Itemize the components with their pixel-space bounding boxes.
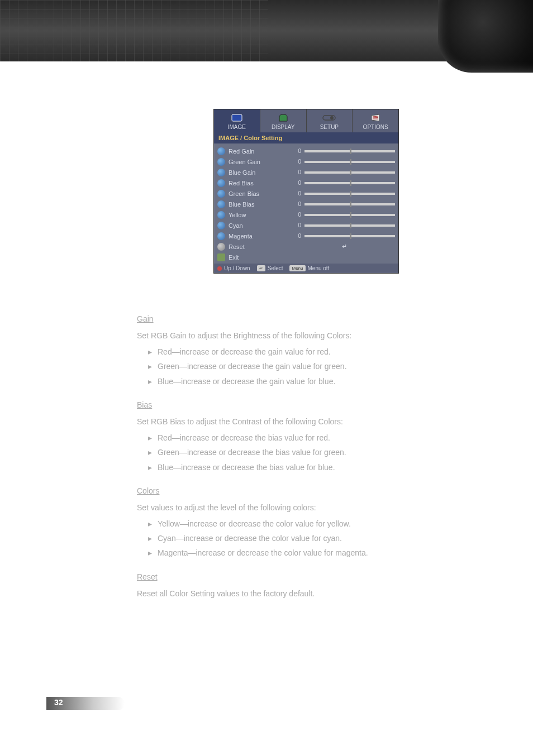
footer-label: Up / Down — [224, 265, 250, 271]
row-slider[interactable] — [304, 161, 395, 163]
row-label: Red Bias — [229, 180, 290, 186]
row-slider[interactable] — [304, 214, 395, 216]
row-exit[interactable]: Exit — [217, 252, 395, 262]
osd-body: Red Gain 0 Green Gain 0 Blue Gain 0 Red … — [214, 143, 398, 264]
row-slider[interactable] — [304, 203, 395, 205]
row-label: Reset — [229, 243, 290, 250]
tab-image[interactable]: IMAGE — [214, 109, 260, 132]
row-label: Yellow — [229, 212, 290, 218]
page-number-badge: 32 — [46, 697, 125, 710]
row-value: 0 — [293, 190, 301, 197]
tab-setup[interactable]: SETUP — [307, 109, 353, 132]
image-icon — [230, 113, 244, 123]
color-dot-icon — [217, 232, 225, 240]
row-label: Exit — [229, 254, 290, 261]
row-red-gain[interactable]: Red Gain 0 — [217, 146, 395, 156]
row-label: Green Bias — [229, 190, 290, 197]
row-yellow[interactable]: Yellow 0 — [217, 209, 395, 220]
row-value: 0 — [293, 180, 301, 186]
row-slider[interactable] — [304, 193, 395, 195]
list-item: Green—increase or decrease the gain valu… — [148, 360, 416, 372]
row-cyan[interactable]: Cyan 0 — [217, 220, 395, 231]
reset-icon — [217, 243, 225, 251]
options-icon — [368, 113, 383, 123]
row-magenta[interactable]: Magenta 0 — [217, 231, 395, 241]
row-blue-gain[interactable]: Blue Gain 0 — [217, 167, 395, 178]
row-slider[interactable] — [304, 224, 395, 227]
list-item: Red—increase or decrease the bias value … — [148, 432, 416, 444]
osd-menu: IMAGE DISPLAY SETUP OPTIONS IMAGE / Colo… — [213, 109, 399, 274]
row-value: 0 — [293, 201, 301, 207]
menu-key-icon: Menu — [289, 265, 305, 271]
section-colors: Colors Set values to adjust the level of… — [137, 485, 416, 559]
color-dot-icon — [217, 147, 225, 155]
row-label: Magenta — [229, 233, 290, 240]
row-label: Green Gain — [229, 159, 290, 165]
section-desc: Set values to adjust the level of the fo… — [137, 501, 416, 514]
section-heading: Bias — [137, 399, 416, 411]
exit-icon — [217, 253, 225, 261]
row-value: 0 — [293, 159, 301, 165]
section-heading: Gain — [137, 313, 416, 325]
color-dot-icon — [217, 190, 225, 198]
red-dot-icon — [217, 266, 222, 271]
list-item: Green—increase or decrease the bias valu… — [148, 446, 416, 458]
section-reset: Reset Reset all Color Setting values to … — [137, 571, 416, 600]
row-reset[interactable]: Reset ↵ — [217, 241, 395, 252]
footer-menuoff: Menu Menu off — [289, 265, 329, 271]
row-slider[interactable] — [304, 235, 395, 237]
row-blue-bias[interactable]: Blue Bias 0 — [217, 199, 395, 209]
tab-display[interactable]: DISPLAY — [260, 109, 307, 132]
osd-footer: Up / Down ↵ Select Menu Menu off — [214, 264, 398, 273]
row-slider[interactable] — [304, 171, 395, 174]
row-label: Cyan — [229, 222, 290, 229]
footer-select: ↵ Select — [257, 265, 283, 271]
row-value: 0 — [293, 212, 301, 218]
row-label: Blue Bias — [229, 201, 290, 208]
list-item: Red—increase or decrease the gain value … — [148, 346, 416, 358]
display-icon — [276, 113, 291, 123]
row-green-bias[interactable]: Green Bias 0 — [217, 188, 395, 199]
doc-content: Gain Set RGB Gain to adjust the Brightne… — [137, 313, 416, 604]
row-value: 0 — [293, 233, 301, 239]
enter-icon: ↵ — [293, 243, 395, 250]
row-value: 0 — [293, 169, 301, 175]
color-dot-icon — [217, 158, 225, 166]
row-slider[interactable] — [304, 182, 395, 184]
tab-label: OPTIONS — [363, 124, 388, 130]
footer-updown: Up / Down — [217, 265, 250, 271]
section-desc: Reset all Color Setting values to the fa… — [137, 587, 416, 600]
svg-rect-0 — [232, 114, 242, 121]
list-item: Blue—increase or decrease the bias value… — [148, 461, 416, 473]
row-label: Blue Gain — [229, 169, 290, 176]
color-dot-icon — [217, 179, 225, 187]
color-dot-icon — [217, 169, 225, 176]
svg-line-4 — [373, 118, 378, 118]
osd-tab-bar: IMAGE DISPLAY SETUP OPTIONS — [214, 109, 398, 132]
page-number: 32 — [54, 698, 63, 707]
color-dot-icon — [217, 211, 225, 219]
svg-point-2 — [330, 116, 334, 119]
list-item: Blue—increase or decrease the gain value… — [148, 375, 416, 387]
row-slider[interactable] — [304, 150, 395, 152]
list-item: Magenta—increase or decrease the color v… — [148, 547, 416, 559]
row-green-gain[interactable]: Green Gain 0 — [217, 156, 395, 167]
tab-label: IMAGE — [228, 124, 246, 130]
footer-label: Menu off — [308, 265, 330, 271]
list-item: Yellow—increase or decrease the color va… — [148, 518, 416, 530]
row-value: 0 — [293, 222, 301, 228]
section-heading: Reset — [137, 571, 416, 583]
section-bias: Bias Set RGB Bias to adjust the Contrast… — [137, 399, 416, 473]
lens-decor — [438, 0, 533, 73]
row-value: 0 — [293, 148, 301, 154]
osd-title: IMAGE / Color Setting — [214, 132, 398, 143]
section-desc: Set RGB Bias to adjust the Contrast of t… — [137, 415, 416, 428]
tab-options[interactable]: OPTIONS — [353, 109, 398, 132]
section-gain: Gain Set RGB Gain to adjust the Brightne… — [137, 313, 416, 387]
color-dot-icon — [217, 222, 225, 229]
list-item: Cyan—increase or decrease the color valu… — [148, 532, 416, 544]
enter-key-icon: ↵ — [257, 265, 265, 271]
setup-icon — [322, 113, 336, 123]
tab-label: SETUP — [320, 124, 339, 130]
row-red-bias[interactable]: Red Bias 0 — [217, 178, 395, 188]
